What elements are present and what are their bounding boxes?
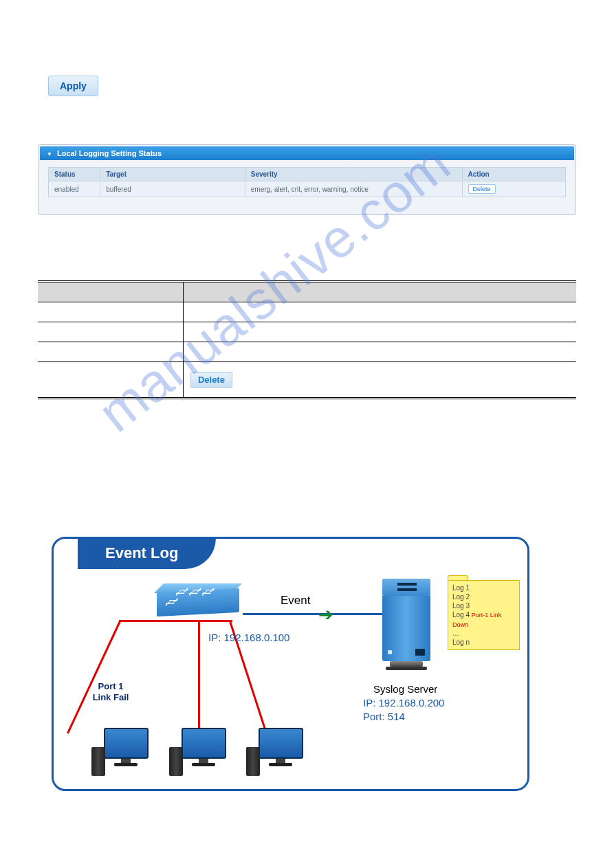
client-pc-icon bbox=[176, 728, 231, 786]
desc-row bbox=[38, 302, 576, 322]
col-target: Target bbox=[100, 168, 245, 181]
log-item: Log 4 Port-1 Link Down bbox=[452, 610, 515, 629]
log-item: Log 3 bbox=[452, 601, 515, 610]
log-list: Log 1 Log 2 Log 3 Log 4 Port-1 Link Down… bbox=[448, 580, 520, 650]
burst-line2: Link Fail bbox=[93, 692, 129, 702]
table-row: enabled buffered emerg, alert, crit, err… bbox=[49, 181, 566, 197]
log-item: Log 2 bbox=[452, 592, 515, 601]
desc-cell bbox=[38, 302, 183, 322]
log-item: Log 1 bbox=[452, 583, 515, 592]
event-line-icon bbox=[243, 613, 387, 615]
cell-target: buffered bbox=[100, 181, 245, 197]
panel-body: Status Target Severity Action enabled bu… bbox=[40, 160, 574, 197]
col-severity: Severity bbox=[245, 168, 462, 181]
desc-cell-action: Delete bbox=[183, 362, 576, 399]
desc-header-row bbox=[38, 282, 576, 302]
cable-icon bbox=[198, 621, 200, 735]
logging-status-panel: ▼ Local Logging Setting Status Status Ta… bbox=[38, 144, 576, 215]
event-label: Event bbox=[281, 594, 310, 608]
burst-line1: Port 1 bbox=[98, 681, 124, 691]
diagram-title: Event Log bbox=[78, 537, 216, 569]
log-item: … bbox=[452, 629, 515, 638]
server-label: Syslog Server bbox=[373, 683, 437, 695]
log-item-text: Log 4 bbox=[452, 611, 470, 619]
cell-action: Delete bbox=[462, 181, 565, 197]
switch-icon: ⇄⇄⇄⇄ bbox=[157, 590, 239, 621]
desc-cell bbox=[183, 302, 576, 322]
cable-icon bbox=[119, 620, 232, 622]
col-action: Action bbox=[462, 168, 565, 181]
server-port-label: Port: 514 bbox=[363, 711, 405, 722]
panel-header: ▼ Local Logging Setting Status bbox=[40, 146, 574, 160]
switch-ip-label: IP: 192.168.0.100 bbox=[208, 632, 289, 643]
collapse-icon: ▼ bbox=[47, 151, 52, 157]
event-log-diagram: Event Log ⇄⇄⇄⇄ Event ➔ IP: 192.168.0.100… bbox=[52, 537, 529, 791]
desc-row: Delete bbox=[38, 362, 576, 399]
status-table: Status Target Severity Action enabled bu… bbox=[48, 167, 566, 197]
server-icon bbox=[382, 579, 430, 675]
apply-button[interactable]: Apply bbox=[48, 76, 98, 96]
table-header-row: Status Target Severity Action bbox=[49, 168, 566, 181]
arrow-right-icon: ➔ bbox=[318, 604, 333, 625]
desc-col1 bbox=[38, 282, 183, 302]
desc-col2 bbox=[183, 282, 576, 302]
desc-cell bbox=[38, 362, 183, 399]
description-table: Delete bbox=[38, 280, 576, 399]
delete-button[interactable]: Delete bbox=[190, 372, 232, 388]
desc-cell bbox=[183, 322, 576, 342]
desc-cell bbox=[183, 342, 576, 362]
cell-status: enabled bbox=[49, 181, 100, 197]
panel-title: Local Logging Setting Status bbox=[57, 149, 162, 157]
desc-cell bbox=[38, 322, 183, 342]
client-pc-icon bbox=[98, 728, 153, 786]
desc-row bbox=[38, 342, 576, 362]
delete-row-button[interactable]: Delete bbox=[468, 184, 496, 194]
desc-row bbox=[38, 322, 576, 342]
log-item: Log n bbox=[452, 638, 515, 647]
client-pc-icon bbox=[253, 728, 308, 786]
alert-burst: Port 1 Link Fail bbox=[80, 669, 142, 714]
server-ip-label: IP: 192.168.0.200 bbox=[363, 697, 444, 709]
desc-cell bbox=[38, 342, 183, 362]
cell-severity: emerg, alert, crit, error, warning, noti… bbox=[245, 181, 462, 197]
col-status: Status bbox=[49, 168, 100, 181]
